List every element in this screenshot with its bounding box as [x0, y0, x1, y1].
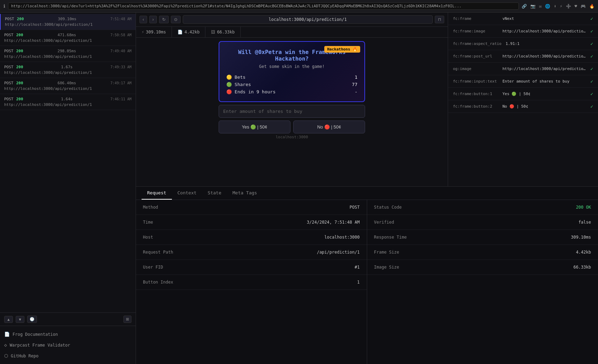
- frame-icon: 📄: [177, 30, 183, 34]
- sidebar-link-label: GitHub Repo: [11, 354, 38, 358]
- tabs-bar: RequestContextStateMeta Tags: [136, 187, 598, 200]
- hackathons-badge: Hackathons 🔥: [324, 46, 360, 53]
- frame-preview: ‹ › ↻ ⊙ localhost:3000/api/prediction/1 …: [136, 13, 448, 186]
- duration: 1.67s: [61, 65, 73, 69]
- globe-button[interactable]: ⊙: [171, 16, 181, 23]
- details-grid: Method POST Time 3/24/2024, 7:51:48 AM H…: [136, 200, 598, 364]
- request-item[interactable]: POST 200 471.68ms 7:50:58 AM http://loca…: [0, 30, 136, 46]
- detail-label: Frame Size: [374, 250, 416, 255]
- refresh-button[interactable]: ↻: [159, 16, 169, 23]
- frame-buttons: Yes 🟢 | 50¢ No 🔴 | 50¢: [219, 121, 365, 133]
- duration: 298.05ms: [58, 49, 76, 53]
- frame-stat-value: 77: [352, 82, 357, 87]
- request-list: POST 200 309.10ms 7:51:48 AM http://loca…: [0, 13, 136, 312]
- frame-stat-label: 🔴 Ends in 9 hours: [226, 89, 275, 94]
- meta-key: fc:frame:image: [453, 29, 498, 33]
- sidebar-link-icon: 📄: [4, 332, 10, 337]
- frame-stats-bar: ⚡ 309.10ms 📄 4.42kb 🖼 66.33kb: [136, 27, 448, 38]
- detail-value: false: [578, 220, 591, 225]
- frame-input[interactable]: Enter amount of shares to buy: [219, 105, 365, 118]
- check-icon: ✓: [590, 54, 593, 59]
- frame-stat-row: 🔴 Ends in 9 hours -: [226, 89, 357, 94]
- meta-key: fc:frame:button:2: [453, 104, 498, 109]
- check-icon: ✓: [590, 104, 593, 109]
- request-item[interactable]: POST 200 298.05ms 7:49:40 AM http://loca…: [0, 46, 136, 62]
- yes-button[interactable]: Yes 🟢 | 50¢: [219, 121, 290, 133]
- sidebar-controls: ▲ ▼ 🕐 ⊞: [0, 312, 136, 326]
- meta-row: fc:frame vNext ✓: [448, 13, 598, 25]
- detail-label: Image Size: [374, 265, 416, 270]
- browser-bar: ℹ http://localhost:3000/api/dev?url=http…: [0, 0, 598, 13]
- detail-value: POST: [350, 205, 360, 210]
- detail-label: Time: [143, 220, 185, 225]
- detail-value: #1: [355, 265, 359, 270]
- sidebar-link[interactable]: 📄 Frog Documentation: [0, 329, 136, 340]
- request-item[interactable]: POST 200 309.10ms 7:51:48 AM http://loca…: [0, 14, 136, 30]
- plus-icon: ➕: [566, 4, 571, 9]
- request-item[interactable]: POST 200 1.64s 7:46:11 AM http://localho…: [0, 94, 136, 110]
- method-badge: POST: [4, 49, 14, 53]
- sidebar-link[interactable]: ⬡ GitHub Repo: [0, 350, 136, 361]
- request-item[interactable]: POST 200 1.67s 7:49:33 AM http://localho…: [0, 62, 136, 78]
- frame-area: ‹ › ↻ ⊙ localhost:3000/api/prediction/1 …: [136, 13, 598, 187]
- detail-label: User FID: [143, 265, 185, 270]
- sidebar-link-label: Warpcast Frame Validator: [10, 343, 70, 348]
- frame-display: Hackathons 🔥 Will @0xPetra win the Frame…: [136, 38, 448, 186]
- duration: 471.68ms: [58, 33, 76, 37]
- method-badge: POST: [5, 17, 14, 21]
- expand-btn[interactable]: ⊞: [123, 316, 131, 323]
- frame-toolbar: ‹ › ↻ ⊙ localhost:3000/api/prediction/1 …: [136, 13, 448, 27]
- request-item[interactable]: POST 200 606.40ms 7:49:17 AM http://loca…: [0, 78, 136, 94]
- detail-label: Host: [143, 235, 185, 240]
- status-badge: 200: [16, 65, 23, 69]
- clock-btn[interactable]: 🕐: [27, 316, 37, 323]
- meta-key: fc:frame:post_url: [453, 54, 498, 59]
- meta-value: Yes 🟢 | 50¢: [502, 92, 586, 96]
- heart-icon: ♥: [575, 4, 577, 9]
- detail-row: Button Index 1: [136, 275, 367, 290]
- detail-value: 66.33kb: [573, 265, 591, 270]
- status-badge: 200: [16, 81, 23, 85]
- meta-value: Enter amount of shares to buy: [502, 79, 586, 84]
- forward-button[interactable]: ›: [149, 16, 157, 23]
- camera-icon: 📷: [530, 4, 536, 9]
- request-time: 7:51:48 AM: [111, 17, 131, 21]
- sidebar-link[interactable]: ◇ Warpcast Frame Validator: [0, 340, 136, 350]
- detail-row: Method POST: [136, 200, 367, 215]
- tab-meta-tags[interactable]: Meta Tags: [227, 187, 263, 200]
- status-badge: 200: [16, 49, 23, 53]
- detail-value: /api/prediction/1: [317, 250, 360, 255]
- method-badge: POST: [4, 97, 14, 101]
- back-button[interactable]: ‹: [139, 16, 147, 23]
- frame-stat-value: -: [355, 89, 357, 94]
- settings-button[interactable]: ⊓: [435, 16, 444, 23]
- check-icon: ✓: [590, 66, 593, 71]
- yes-label: Yes 🟢 | 50¢: [242, 124, 267, 130]
- meta-value: No 🔴 | 50¢: [502, 104, 586, 109]
- extension-icon: ⚡: [560, 4, 562, 9]
- url-bar[interactable]: http://localhost:3000/api/dev?url=http%3…: [8, 2, 519, 10]
- down-btn[interactable]: ▼: [16, 316, 24, 323]
- tab-state[interactable]: State: [202, 187, 227, 200]
- duration: 606.40ms: [58, 81, 76, 85]
- detail-row: Image Size 66.33kb: [367, 260, 598, 275]
- frame-url-display: localhost:3000/api/prediction/1: [183, 15, 433, 24]
- no-button[interactable]: No 🔴 | 50¢: [293, 121, 365, 133]
- response-time-value: 309.10ms: [146, 30, 166, 34]
- meta-key: fc:frame:input:text: [453, 79, 498, 84]
- meta-value: http://localhost:3000/api/prediction/1/i…: [502, 67, 586, 71]
- detail-value: 3/24/2024, 7:51:48 AM: [307, 220, 360, 225]
- meta-row: fc:frame:post_url http://localhost:3000/…: [448, 50, 598, 63]
- method-badge: POST: [4, 81, 14, 85]
- tab-context[interactable]: Context: [172, 187, 202, 200]
- detail-row: Time 3/24/2024, 7:51:48 AM: [136, 215, 367, 230]
- frame-stat-row: 🟡 Bets 1: [226, 75, 357, 80]
- request-url: http://localhost:3000/api/prediction/1: [4, 70, 131, 75]
- response-time-stat: ⚡ 309.10ms: [136, 27, 172, 37]
- frame-footer: localhost:3000: [276, 135, 308, 139]
- check-icon: ✓: [590, 91, 593, 96]
- globe-icon: 🌐: [545, 4, 550, 9]
- tab-request[interactable]: Request: [142, 187, 172, 200]
- detail-row: Status Code 200 OK: [367, 200, 598, 215]
- up-btn[interactable]: ▲: [4, 316, 13, 323]
